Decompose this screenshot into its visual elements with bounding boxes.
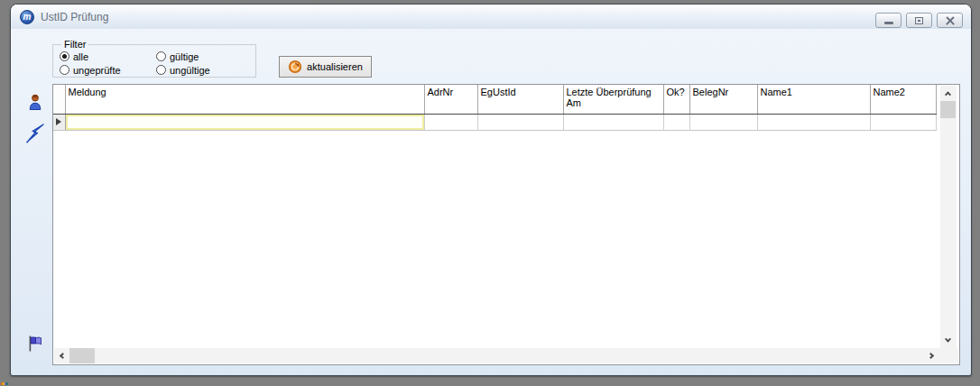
refresh-button[interactable]: aktualisieren (279, 56, 372, 78)
grid-header-row: Meldung AdrNr EgUstId Letzte Überprüfung… (53, 85, 936, 114)
radio-label: ungültige (170, 65, 210, 76)
radio-icon (156, 51, 166, 61)
row-selector-cell[interactable] (53, 114, 65, 130)
column-header-meldung[interactable]: Meldung (65, 85, 424, 114)
grid-cell-ok[interactable] (663, 114, 689, 130)
column-header-belegnr[interactable]: BelegNr (689, 85, 757, 114)
titlebar[interactable]: m UstID Prüfung (11, 5, 971, 29)
grid-cell-egustid[interactable] (477, 114, 563, 130)
horizontal-scrollbar[interactable] (54, 348, 958, 363)
flag-icon[interactable] (27, 335, 43, 356)
column-header-letzte-ueberpruefung[interactable]: Letzte Überprüfung Am (563, 85, 663, 114)
client-area: Filter alle gültige ungeprüfte ungültige (12, 29, 970, 374)
vertical-scrollbar-thumb[interactable] (940, 101, 956, 118)
column-header-name2[interactable]: Name2 (870, 85, 936, 114)
horizontal-scrollbar-thumb[interactable] (69, 348, 95, 363)
maximize-button[interactable] (906, 13, 932, 28)
desktop-artifact (1, 382, 8, 385)
grid-cell-adrnr[interactable] (424, 114, 477, 130)
column-header-adrnr[interactable]: AdrNr (424, 85, 477, 114)
row-pointer-icon (56, 118, 61, 125)
column-header-ok[interactable]: Ok? (663, 85, 689, 114)
radio-label: gültige (170, 51, 199, 62)
window-title: UstID Prüfung (41, 11, 108, 23)
refresh-button-label: aktualisieren (307, 61, 363, 72)
filter-legend: Filter (61, 39, 88, 50)
radio-label: alle (73, 51, 88, 62)
grid-cell-name2[interactable] (870, 114, 936, 130)
filter-options: alle gültige ungeprüfte ungültige (60, 50, 255, 77)
row-selector-header (53, 85, 65, 114)
close-button[interactable] (937, 13, 963, 28)
grid-cell-belegnr[interactable] (689, 114, 757, 130)
grid-row[interactable] (53, 114, 936, 130)
scroll-right-button[interactable] (924, 348, 939, 363)
radio-icon (60, 65, 69, 75)
radio-label: ungeprüfte (73, 65, 121, 76)
column-header-egustid[interactable]: EgUstId (477, 85, 563, 114)
app-logo-icon: m (20, 10, 34, 24)
maximize-icon (915, 17, 923, 24)
lightning-icon[interactable] (25, 123, 45, 148)
chevron-up-icon (945, 91, 951, 97)
close-icon (946, 16, 955, 25)
app-logo-letter: m (23, 13, 32, 22)
filter-groupbox: Filter alle gültige ungeprüfte ungültige (52, 39, 256, 78)
grid-cell-letzte-ueberpruefung[interactable] (563, 114, 663, 130)
radio-ungepruefte[interactable]: ungeprüfte (60, 63, 156, 77)
minimize-button[interactable] (875, 13, 901, 28)
app-window: m UstID Prüfung Filter alle gültige (10, 4, 972, 376)
vertical-scrollbar[interactable] (940, 86, 957, 348)
user-icon[interactable] (27, 94, 43, 115)
refresh-icon (288, 60, 302, 74)
scroll-up-button[interactable] (940, 86, 956, 101)
radio-ungueltige[interactable]: ungültige (156, 63, 255, 77)
data-grid: Meldung AdrNr EgUstId Letzte Überprüfung… (52, 84, 960, 365)
column-header-name1[interactable]: Name1 (757, 85, 870, 114)
radio-gueltige[interactable]: gültige (156, 50, 255, 63)
minimize-icon (884, 22, 893, 24)
radio-alle[interactable]: alle (60, 50, 156, 63)
chevron-right-icon (928, 353, 934, 359)
scroll-left-button[interactable] (54, 348, 69, 363)
chevron-down-icon (945, 336, 951, 343)
radio-icon (156, 65, 166, 75)
grid-table: Meldung AdrNr EgUstId Letzte Überprüfung… (53, 85, 937, 131)
grid-cell-name1[interactable] (757, 114, 870, 130)
window-controls (875, 13, 963, 28)
grid-cell-meldung[interactable] (65, 114, 424, 130)
scroll-down-button[interactable] (940, 333, 956, 348)
radio-icon (60, 51, 69, 61)
chevron-left-icon (60, 353, 66, 359)
